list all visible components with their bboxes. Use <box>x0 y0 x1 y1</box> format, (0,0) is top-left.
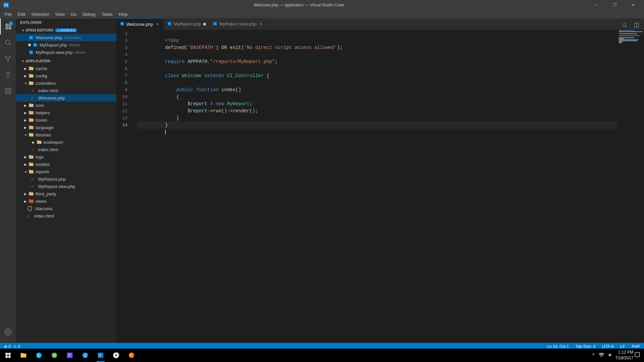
file-myreport-view-php[interactable]: P MyReport.view.php <box>16 183 116 190</box>
menu-item-file[interactable]: File <box>2 11 14 17</box>
svg-text:H: H <box>28 215 29 218</box>
line-num-14: 14 <box>117 122 131 129</box>
folder-models[interactable]: ▶ models <box>16 161 116 168</box>
folder-libraries[interactable]: ▾ libraries <box>16 131 116 138</box>
file-welcome-php[interactable]: P Welcome.php <box>16 94 116 102</box>
folder-koolreport[interactable]: ▶ koolreport <box>16 138 116 146</box>
activity-icon-settings[interactable] <box>0 324 16 340</box>
folder-core[interactable]: ▶ core <box>16 102 116 109</box>
line-num-12: 12 <box>117 108 131 115</box>
taskbar-notification[interactable] <box>635 352 640 359</box>
open-editor-myreport-php[interactable]: VS MyReport.php reports <box>16 41 116 49</box>
menu-item-tasks[interactable]: Tasks <box>99 11 115 17</box>
menu-item-help[interactable]: Help <box>116 11 130 17</box>
taskbar-skype[interactable]: S <box>32 349 46 362</box>
folder-models-label: models <box>36 162 50 167</box>
status-language[interactable]: PHP <box>630 344 641 349</box>
code-editor[interactable]: 1 2 3 4 5 6 7 8 9 10 11 12 13 14 <?php <box>117 30 644 343</box>
folder-config[interactable]: ▶ config <box>16 72 116 79</box>
menu-item-go[interactable]: Go <box>68 11 79 17</box>
tab-welcome-php[interactable]: VS Welcome.php ✕ <box>117 18 164 30</box>
taskbar-network[interactable] <box>597 353 605 358</box>
code-line-10: $report = new MyReport; <box>137 94 617 101</box>
svg-text:P: P <box>130 353 132 357</box>
close-button[interactable]: ✕ <box>625 0 641 10</box>
taskbar-sys-tray: ^ 1:12 PM 7/18/2017 <box>591 350 643 361</box>
folder-language[interactable]: ▶ language <box>16 124 116 131</box>
activity-icon-extensions[interactable] <box>0 83 16 99</box>
tab-myreport-php[interactable]: VS MyReport.php <box>164 18 210 30</box>
folder-helpers[interactable]: ▶ helpers <box>16 109 116 116</box>
folder-reports[interactable]: ▾ reports <box>16 168 116 175</box>
line-num-9: 9 <box>117 86 131 94</box>
start-button[interactable] <box>1 349 15 362</box>
taskbar: S M P C VS P ^ <box>0 349 644 362</box>
controllers-arrow: ▾ <box>23 80 28 86</box>
search-editor-button[interactable] <box>620 20 629 30</box>
folder-cache[interactable]: ▶ cache <box>16 65 116 72</box>
file-controllers-index-html[interactable]: H index.html <box>16 87 116 94</box>
taskbar-app-green[interactable]: M <box>47 349 62 362</box>
taskbar-volume[interactable] <box>607 353 614 358</box>
file-root-index-html[interactable]: H index.html <box>16 212 116 220</box>
open-editor-welcome-php[interactable]: VS Welcome.php controllers <box>16 34 116 41</box>
taskbar-file-explorer[interactable] <box>16 349 31 362</box>
folder-logs[interactable]: ▶ logs <box>16 153 116 161</box>
status-line-ending[interactable]: LF <box>619 344 626 349</box>
split-editor-button[interactable] <box>632 20 641 30</box>
file-htaccess[interactable]: .htaccess <box>16 205 116 212</box>
taskbar-app-orange[interactable]: P <box>124 349 139 362</box>
line-num-1: 1 <box>117 30 131 37</box>
folder-icon-koolreport <box>36 139 42 145</box>
taskbar-app-purple[interactable]: P <box>62 349 77 362</box>
folder-language-label: language <box>36 125 54 130</box>
folder-icon-third-party <box>28 191 34 197</box>
menu-item-view[interactable]: View <box>53 11 67 17</box>
activity-icon-search[interactable] <box>0 35 16 51</box>
taskbar-chrome[interactable] <box>109 349 123 362</box>
file-myreport-php[interactable]: P MyReport.php <box>16 175 116 183</box>
minimize-button[interactable]: ─ <box>589 0 604 10</box>
window-controls[interactable]: ─ ❐ ✕ <box>589 0 641 10</box>
application-header[interactable]: ▾ APPLICATION <box>16 57 116 65</box>
open-editors-header[interactable]: ▾ OPEN EDITORS 1 UNSAVED <box>16 26 116 34</box>
status-encoding[interactable]: UTF-8 <box>601 344 615 349</box>
open-editor-myreport-view[interactable]: VS MyReport.view.php reports <box>16 49 116 56</box>
editor-area: VS Welcome.php ✕ VS MyReport.php VS MyRe… <box>117 18 644 343</box>
tab-close-welcome[interactable]: ✕ <box>155 21 160 27</box>
status-ln-col[interactable]: Ln 14, Col 1 <box>546 344 570 349</box>
explorer-badge: 1 <box>9 21 13 26</box>
folder-cache-label: cache <box>36 66 47 71</box>
folder-logs-label: logs <box>36 155 44 160</box>
activity-icon-debug[interactable] <box>0 67 16 83</box>
tab-icon-myreport: VS <box>167 21 172 27</box>
taskbar-vscode[interactable]: VS <box>93 349 108 362</box>
folder-controllers[interactable]: ▾ controllers <box>16 79 116 87</box>
folder-views[interactable]: ▶ views <box>16 197 116 205</box>
menu-item-debug[interactable]: Debug <box>80 11 98 17</box>
folder-icon-helpers <box>28 110 34 116</box>
taskbar-clock[interactable]: 1:12 PM 7/18/2017 <box>615 350 633 361</box>
explorer-header[interactable]: EXPLORER <box>16 18 116 26</box>
menu-item-selection[interactable]: Selection <box>29 11 52 17</box>
status-errors[interactable]: ⊗ 0 ⚠ 0 <box>3 344 21 349</box>
status-tab-size[interactable]: Tab Size: 4 <box>574 344 597 349</box>
tab-close-myreport-view[interactable]: ✕ <box>258 21 264 27</box>
line-num-10: 10 <box>117 94 131 101</box>
line-num-7: 7 <box>117 72 131 79</box>
taskbar-app-blue[interactable]: C <box>78 349 93 362</box>
code-line-2: defined('BASEPATH') OR exit('No direct s… <box>137 37 617 44</box>
activity-icon-explorer[interactable]: 1 <box>0 18 16 35</box>
file-name-welcome-php: Welcome.php <box>38 96 65 101</box>
menu-item-edit[interactable]: Edit <box>15 11 28 17</box>
taskbar-chevron[interactable]: ^ <box>591 353 596 358</box>
tab-myreport-view[interactable]: VS MyReport.view.php ✕ <box>210 18 268 30</box>
file-name-index-html-1: index.html <box>38 88 58 93</box>
open-editor-name-2: MyReport.php <box>40 43 67 48</box>
activity-icon-scm[interactable] <box>0 51 16 67</box>
folder-third-party[interactable]: ▶ third_party <box>16 190 116 197</box>
code-content[interactable]: <?php defined('BASEPATH') OR exit('No di… <box>133 30 617 343</box>
maximize-button[interactable]: ❐ <box>607 0 623 10</box>
file-libraries-index-html[interactable]: H index.html <box>16 146 116 153</box>
folder-hooks[interactable]: ▶ hooks <box>16 116 116 124</box>
